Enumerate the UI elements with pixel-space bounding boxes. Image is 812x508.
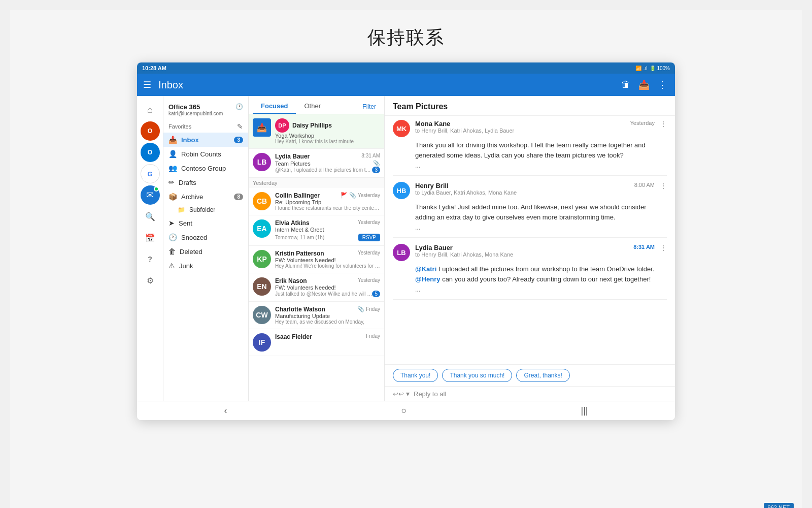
signal-icon: 📶 bbox=[635, 66, 641, 71]
email-preview-erik: Just talked to @Nestor Wilke and he will… bbox=[275, 291, 372, 297]
email-meta-erik: Erik Nason Yesterday bbox=[275, 277, 380, 284]
sender-name-henry: Henry Brill bbox=[415, 182, 629, 189]
email-archive-icon-daisy: 📥 bbox=[253, 118, 271, 137]
email-item-charlotte[interactable]: CW Charlotte Watson 📎 Friday Manufacturi… bbox=[249, 302, 384, 329]
tab-other[interactable]: Other bbox=[296, 99, 329, 114]
robin-icon: 👤 bbox=[168, 150, 177, 158]
email-meta-collin: Collin Ballinger 🚩 📎 Yesterday bbox=[275, 192, 380, 199]
quick-reply-ty[interactable]: Thank you! bbox=[393, 369, 438, 382]
folder-item-drafts[interactable]: ✏ Drafts bbox=[163, 175, 248, 189]
junk-icon: ⚠ bbox=[168, 262, 175, 270]
email-subject-kristin: FW: Volunteers Needed! bbox=[275, 257, 380, 263]
archive-icon[interactable]: 📥 bbox=[636, 77, 652, 92]
more-options-lydia2[interactable]: ⋮ bbox=[660, 244, 667, 252]
folder-item-robin[interactable]: 👤 Robin Counts bbox=[163, 147, 248, 161]
reply-to-all-text[interactable]: Reply to all bbox=[414, 390, 667, 398]
nav-icon-settings[interactable]: ⚙ bbox=[141, 271, 160, 290]
email-item-isaac[interactable]: IF Isaac Fielder Friday bbox=[249, 329, 384, 356]
folder-item-snoozed[interactable]: 🕐 Snoozed bbox=[163, 230, 248, 244]
top-bar-title: Inbox bbox=[158, 79, 619, 91]
sender-info-lydia2: Lydia Bauer to Henry Brill, Katri Ahokas… bbox=[415, 244, 628, 258]
attachment-icon-collin: 📎 bbox=[349, 192, 356, 199]
folder-label-junk: Junk bbox=[179, 262, 193, 270]
back-button[interactable]: ‹ bbox=[216, 403, 235, 418]
nav-icon-home[interactable]: ⌂ bbox=[141, 100, 160, 119]
snoozed-icon: 🕐 bbox=[168, 233, 177, 241]
clock-icon[interactable]: 🕐 bbox=[235, 103, 243, 110]
sender-name-mona: Mona Kane bbox=[415, 120, 625, 128]
sender-name-lydia2: Lydia Bauer bbox=[415, 244, 628, 251]
nav-icon-search[interactable]: 🔍 bbox=[141, 207, 160, 226]
email-from-collin: Collin Ballinger bbox=[275, 192, 320, 199]
folder-item-contoso[interactable]: 👥 Contoso Group bbox=[163, 161, 248, 175]
avatar-collin: CB bbox=[253, 192, 271, 210]
reply-icons: ↩↩ ▾ bbox=[393, 390, 410, 398]
watermark: 962.NET bbox=[764, 503, 794, 508]
email-from-kristin: Kristin Patterson bbox=[275, 250, 324, 257]
email-item-collin[interactable]: CB Collin Ballinger 🚩 📎 Yesterday Re: bbox=[249, 188, 384, 215]
msg-body-henry: Thanks Lydia! Just added mine too. And l… bbox=[393, 202, 667, 222]
email-meta-elvia: Elvia Atkins Yesterday bbox=[275, 219, 380, 227]
rsvp-button[interactable]: RSVP bbox=[358, 234, 380, 241]
more-options-icon[interactable]: ⋮ bbox=[656, 77, 669, 92]
folder-item-deleted[interactable]: 🗑 Deleted bbox=[163, 244, 248, 259]
edit-icon[interactable]: ✎ bbox=[237, 122, 243, 131]
message-header-mona: MK Mona Kane to Henry Brill, Katri Ahoka… bbox=[393, 120, 667, 137]
email-item-daisy[interactable]: 📥 DP Daisy Phillips Yoga Workshop Hey Ka… bbox=[249, 114, 384, 149]
mention-katri: @Katri bbox=[415, 265, 436, 273]
email-tabs: Focused Other Filter bbox=[249, 96, 384, 114]
quick-reply-tysm[interactable]: Thank you so much! bbox=[442, 369, 512, 382]
reply-chevron-icon[interactable]: ▾ bbox=[406, 390, 410, 398]
page-title: 保持联系 bbox=[367, 25, 445, 50]
reply-arrow-icon[interactable]: ↩↩ bbox=[393, 390, 404, 398]
folder-label-inbox: Inbox bbox=[181, 136, 199, 144]
nav-icon-mail[interactable]: ✉ bbox=[141, 185, 160, 205]
status-icons: 📶 .ıl 🔋 100% bbox=[635, 66, 670, 71]
nav-icon-help[interactable]: ? bbox=[141, 249, 160, 269]
avatar-daisy: DP bbox=[275, 118, 289, 133]
msg-ellipsis-lydia2: ... bbox=[393, 286, 667, 293]
email-meta-kristin: Kristin Patterson Yesterday bbox=[275, 250, 380, 257]
msg-to-mona: to Henry Brill, Katri Ahokas, Lydia Baue… bbox=[415, 128, 625, 134]
recents-button[interactable]: ||| bbox=[572, 403, 596, 418]
msg-to-lydia2: to Henry Brill, Katri Ahokas, Mona Kane bbox=[415, 251, 628, 258]
folder-item-sent[interactable]: ➤ Sent bbox=[163, 216, 248, 230]
reply-bar: ↩↩ ▾ Reply to all bbox=[385, 386, 675, 401]
nav-icon-office[interactable]: O bbox=[141, 121, 160, 141]
email-from-isaac: Isaac Fielder bbox=[275, 333, 312, 340]
msg-body-lydia2: @Katri I uploaded all the pictures from … bbox=[393, 264, 667, 284]
folder-item-inbox[interactable]: 📥 Inbox 3 bbox=[163, 133, 248, 147]
sender-info-mona: Mona Kane to Henry Brill, Katri Ahokas, … bbox=[415, 120, 625, 134]
email-item-elvia[interactable]: EA Elvia Atkins Yesterday Intern Meet & … bbox=[249, 215, 384, 246]
tab-focused[interactable]: Focused bbox=[253, 99, 296, 114]
email-subject-collin: Re: Upcoming Trip bbox=[275, 199, 380, 205]
folder-item-archive[interactable]: 📦 Archive 8 bbox=[163, 189, 248, 204]
email-meta-isaac: Isaac Fielder Friday bbox=[275, 333, 380, 340]
filter-button[interactable]: Filter bbox=[358, 101, 380, 112]
email-item-kristin[interactable]: KP Kristin Patterson Yesterday FW: Volun… bbox=[249, 246, 384, 273]
battery-icon: 🔋 100% bbox=[650, 66, 670, 71]
nav-icon-outlook[interactable]: O bbox=[141, 143, 160, 162]
email-item-erik[interactable]: EN Erik Nason Yesterday FW: Volunteers N… bbox=[249, 273, 384, 302]
delete-icon[interactable]: 🗑 bbox=[619, 77, 632, 92]
sent-icon: ➤ bbox=[168, 219, 175, 227]
folder-label-subfolder: Subfolder bbox=[189, 206, 215, 213]
message-card-lydia: LB Lydia Bauer to Henry Brill, Katri Aho… bbox=[393, 244, 667, 300]
quick-reply-great[interactable]: Great, thanks! bbox=[516, 369, 569, 382]
home-button[interactable]: ○ bbox=[393, 403, 415, 418]
account-name: Office 365 bbox=[168, 103, 223, 111]
folder-label-snoozed: Snoozed bbox=[181, 234, 207, 241]
avatar-charlotte: CW bbox=[253, 306, 271, 324]
inbox-badge: 3 bbox=[234, 137, 243, 143]
avatar-kristin: KP bbox=[253, 250, 271, 268]
hamburger-menu-icon[interactable]: ☰ bbox=[143, 79, 151, 90]
folder-item-subfolder[interactable]: 📁 Subfolder bbox=[163, 204, 248, 216]
nav-icon-google[interactable]: G bbox=[141, 164, 160, 183]
more-options-henry[interactable]: ⋮ bbox=[660, 182, 667, 190]
avatar-isaac: IF bbox=[253, 333, 271, 352]
nav-icon-calendar[interactable]: 📅 bbox=[141, 228, 160, 247]
folder-item-junk[interactable]: ⚠ Junk bbox=[163, 259, 248, 273]
email-item-lydia[interactable]: LB Lydia Bauer 8:31 AM Team Pictures 📎 bbox=[249, 149, 384, 178]
more-options-mona[interactable]: ⋮ bbox=[660, 120, 667, 128]
email-subject-daisy: Yoga Workshop bbox=[275, 133, 380, 139]
